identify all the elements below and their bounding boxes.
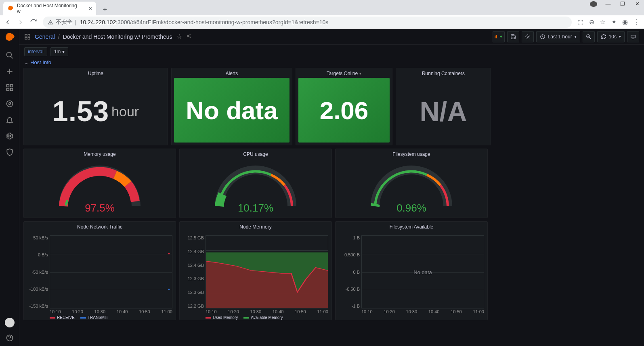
extensions-icon[interactable]: ✦: [611, 18, 617, 26]
plot-area: No data: [361, 235, 484, 308]
shield-icon[interactable]: [6, 148, 14, 156]
svg-rect-1: [6, 85, 9, 87]
breadcrumb-title: Docker and Host Monitoring w/ Prometheus: [63, 34, 172, 40]
tab-bar: Docker and Host Monitoring w × + — ❐ ✕: [0, 0, 644, 15]
url-origin: 10.24.220.102: [80, 19, 116, 25]
zoom-out-button[interactable]: [583, 31, 595, 42]
dashboard-grid-icon: [24, 34, 31, 40]
reload-button[interactable]: [30, 19, 37, 26]
search-icon[interactable]: [6, 51, 14, 59]
insecure-badge: 不安全 |: [48, 19, 77, 26]
legend: Used Memory Available Memory: [206, 315, 283, 320]
settings-icon[interactable]: [6, 132, 14, 140]
variable-name: interval: [24, 47, 47, 56]
new-tab-button[interactable]: +: [99, 4, 111, 15]
browser-menu-icon[interactable]: ⋮: [634, 18, 640, 26]
forward-button[interactable]: [17, 19, 24, 26]
svg-rect-10: [25, 37, 27, 39]
panel-uptime[interactable]: Uptime 1.53hour: [23, 68, 168, 145]
bookmark-star-icon[interactable]: ☆: [600, 18, 606, 26]
account-dot-icon[interactable]: [590, 1, 597, 7]
main: General / Docker and Host Monitoring w/ …: [19, 29, 644, 346]
panel-targets[interactable]: Targets Online ▾ 2.06: [296, 68, 392, 145]
nav-bar: 不安全 | 10.24.220.102:3000/d/64nrElFmk/doc…: [0, 15, 644, 29]
panel-containers[interactable]: Running Containers N/A: [396, 68, 491, 145]
row-header[interactable]: ⌄ Host Info: [19, 59, 644, 68]
breadcrumb-folder[interactable]: General: [35, 34, 55, 40]
panel-alerts[interactable]: Alerts No data: [171, 68, 292, 145]
sidebar: [0, 29, 19, 346]
share-icon[interactable]: [186, 33, 192, 40]
y-axis: 50 kB/s0 B/s-50 kB/s-100 kB/s-150 kB/s: [25, 235, 48, 308]
dashboards-icon[interactable]: [6, 84, 14, 92]
breadcrumb: General / Docker and Host Monitoring w/ …: [35, 34, 172, 40]
variable-bar: interval 1m ▾: [19, 45, 644, 59]
chevron-down-icon: ⌄: [24, 59, 29, 65]
panel-network-chart[interactable]: Node Network Traffic 50 kB/s0 B/s-50 kB/…: [23, 221, 176, 320]
grafana-app: General / Docker and Host Monitoring w/ …: [0, 29, 644, 346]
svg-rect-8: [25, 34, 27, 36]
grafana-logo-icon[interactable]: [4, 32, 15, 43]
address-bar[interactable]: 不安全 | 10.24.220.102:3000/d/64nrElFmk/doc…: [43, 17, 572, 28]
panel-fs-gauge[interactable]: Filesystem usage 0.96%: [335, 149, 488, 218]
svg-rect-4: [10, 88, 13, 91]
url-path: :3000/d/64nrElFmk/docker-and-host-monito…: [116, 19, 328, 25]
y-axis: 1 B0.500 B0 B-0.50 B-1 B: [337, 235, 360, 308]
alerting-icon[interactable]: [6, 116, 14, 124]
legend: RECEIVE TRANSMIT: [50, 315, 108, 320]
translate-icon[interactable]: ⬚: [577, 18, 583, 26]
browser-tab[interactable]: Docker and Host Monitoring w ×: [3, 2, 96, 15]
profile-icon[interactable]: ◉: [622, 18, 628, 26]
panel-filesystem-chart[interactable]: Filesystem Available 1 B0.500 B0 B-0.50 …: [335, 221, 488, 320]
save-button[interactable]: [507, 31, 519, 42]
plot-area: [50, 235, 172, 308]
svg-point-13: [190, 34, 191, 35]
help-icon[interactable]: [6, 334, 14, 342]
svg-point-6: [8, 135, 10, 137]
user-avatar[interactable]: [5, 318, 15, 327]
browser-chrome: Docker and Host Monitoring w × + — ❐ ✕ 不…: [0, 0, 644, 29]
tab-title: Docker and Host Monitoring w: [17, 3, 82, 14]
svg-rect-9: [28, 34, 30, 36]
svg-point-12: [187, 35, 188, 36]
svg-point-0: [6, 52, 11, 57]
svg-point-14: [190, 37, 191, 38]
svg-rect-2: [10, 85, 13, 87]
refresh-button[interactable]: 10s ▾: [597, 31, 625, 42]
gauge-arc: [211, 162, 300, 210]
explore-icon[interactable]: [6, 100, 14, 108]
svg-point-15: [527, 36, 529, 38]
favorite-star-icon[interactable]: ☆: [176, 33, 182, 40]
maximize-button[interactable]: ❐: [619, 1, 626, 7]
dashboard-settings-button[interactable]: [522, 31, 534, 42]
time-range-button[interactable]: Last 1 hour ▾: [536, 31, 580, 42]
add-icon[interactable]: [6, 67, 14, 75]
add-panel-button[interactable]: ıl+: [493, 31, 505, 42]
svg-rect-11: [28, 37, 30, 39]
gauge-arc: [367, 162, 456, 210]
svg-rect-18: [631, 35, 636, 38]
variable-value[interactable]: 1m ▾: [50, 47, 68, 56]
panel-memory-chart[interactable]: Node Mermory 12.5 GB12.4 GB12.4 GB12.3 G…: [179, 221, 332, 320]
back-button[interactable]: [4, 19, 11, 26]
minimize-button[interactable]: —: [604, 1, 612, 7]
x-axis: 10:1010:2010:3010:4010:5011:00: [361, 309, 484, 314]
x-axis: 10:1010:2010:3010:4010:5011:00: [50, 309, 172, 314]
gauge-arc: [55, 162, 144, 210]
close-tab-icon[interactable]: ×: [89, 5, 92, 12]
cycle-view-button[interactable]: [627, 31, 639, 42]
svg-point-5: [6, 101, 13, 107]
topbar: General / Docker and Host Monitoring w/ …: [19, 29, 644, 45]
y-axis: 12.5 GB12.4 GB12.4 GB12.3 GB12.3 GB12.2 …: [181, 235, 204, 308]
zoom-icon[interactable]: ⊖: [589, 18, 594, 26]
svg-rect-3: [6, 88, 9, 91]
panel-memory-gauge[interactable]: Memory usage 97.5%: [23, 149, 176, 218]
panels-area: Uptime 1.53hour Alerts No data Targets O…: [19, 68, 644, 324]
x-axis: 10:1010:2010:3010:4010:5011:00: [206, 309, 328, 314]
panel-cpu-gauge[interactable]: CPU usage 10.17%: [179, 149, 332, 218]
plot-area: [206, 235, 328, 308]
grafana-favicon-icon: [7, 5, 14, 12]
window-controls: — ❐ ✕: [590, 1, 641, 7]
close-window-button[interactable]: ✕: [634, 1, 641, 7]
